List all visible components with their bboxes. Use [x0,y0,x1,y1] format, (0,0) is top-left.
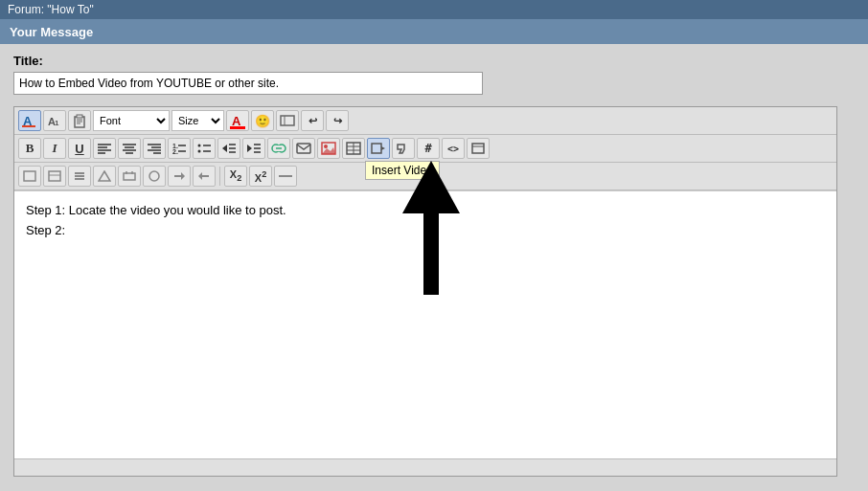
title-input[interactable] [13,72,483,95]
format-a1-button[interactable]: A [18,110,41,131]
italic-icon: I [52,141,57,156]
text-color-button[interactable]: A [226,110,249,131]
page-content: Title: A A 1 [0,44,868,491]
forum-bar: Forum: "How To" [0,0,868,19]
editor-area[interactable]: Step 1: Locate the video you would like … [14,190,836,458]
svg-point-30 [198,150,201,153]
format-btn-7[interactable] [168,166,191,187]
hash-button[interactable]: # [417,138,440,159]
undo-button[interactable]: ↩ [301,110,324,131]
svg-point-28 [198,145,201,147]
svg-marker-53 [381,146,385,150]
underline-button[interactable]: U [68,138,91,159]
undo-icon: ↩ [308,115,317,127]
svg-point-66 [149,171,159,181]
editor-line-1: Step 1: Locate the video you would like … [26,201,825,221]
toolbar-row-2: B I U [14,135,836,163]
forum-bar-text: Forum: "How To" [8,3,94,16]
editor-container: A A 1 [13,106,837,477]
svg-marker-36 [247,145,252,152]
bold-button[interactable]: B [18,138,41,159]
italic-button[interactable]: I [43,138,66,159]
smiley-icon: 🙂 [255,114,270,128]
svg-text:1: 1 [55,119,59,127]
clipboard-button[interactable] [68,110,91,131]
align-left-button[interactable] [93,138,116,159]
your-message-label: Your Message [10,25,93,39]
your-message-bar: Your Message [0,19,868,44]
align-center-button[interactable] [118,138,141,159]
superscript-icon: X2 [255,169,266,184]
svg-text:2.: 2. [172,148,178,154]
email-button[interactable] [292,138,315,159]
link-button[interactable] [267,138,290,159]
font-select[interactable]: Font Arial Courier New Georgia Times New… [93,110,170,131]
svg-marker-47 [322,147,335,154]
svg-rect-10 [281,116,294,125]
format-btn-1[interactable] [18,166,41,187]
format-btn-8[interactable] [193,166,216,187]
svg-text:A: A [232,114,241,128]
insert-video-button[interactable] [367,138,390,159]
outdent-button[interactable] [217,138,240,159]
hash-icon: # [424,142,431,155]
hr-button[interactable] [274,166,297,187]
unordered-list-button[interactable] [193,138,216,159]
code-button[interactable]: <> [442,138,465,159]
format-btn-4[interactable] [93,166,116,187]
size-select[interactable]: Size 8 10 12 14 16 18 24 36 [171,110,224,131]
superscript-button[interactable]: X2 [249,166,272,187]
format-btn-5[interactable] [118,166,141,187]
insert-media-button[interactable] [276,110,299,131]
size-select-wrapper: Size 8 10 12 14 16 18 24 36 [171,110,224,131]
svg-rect-5 [77,115,82,118]
extra-button[interactable] [467,138,490,159]
toolbar-separator [219,167,220,186]
insert-video-tooltip: Insert Video [365,161,440,180]
svg-rect-1 [22,125,35,127]
image-button[interactable] [317,138,340,159]
title-label: Title: [13,54,855,68]
align-right-button[interactable] [143,138,166,159]
editor-footer [14,458,836,476]
title-section: Title: [13,54,855,95]
svg-point-46 [324,145,328,148]
bold-icon: B [26,141,34,156]
font-select-wrapper: Font Arial Courier New Georgia Times New… [93,110,170,131]
svg-rect-56 [24,171,35,181]
editor-line-2: Step 2: [26,221,825,241]
redo-button[interactable]: ↪ [326,110,349,131]
svg-marker-68 [181,172,185,180]
smiley-button[interactable]: 🙂 [251,110,274,131]
insert-video-wrapper: Insert Video [367,138,390,159]
ordered-list-button[interactable]: 1. 2. [168,138,191,159]
svg-rect-54 [472,144,484,153]
indent-button[interactable] [242,138,265,159]
format-a2-button[interactable]: A 1 [43,110,66,131]
underline-icon: U [75,142,83,156]
quote-button[interactable] [392,138,415,159]
svg-marker-70 [198,172,202,180]
table-button[interactable] [342,138,365,159]
subscript-icon: X2 [230,168,241,183]
svg-rect-63 [124,173,135,180]
subscript-button[interactable]: X2 [224,166,247,187]
format-btn-2[interactable] [43,166,66,187]
toolbar-row-1: A A 1 [14,107,836,135]
svg-rect-57 [49,171,60,181]
svg-marker-62 [99,171,110,181]
svg-rect-44 [297,144,310,153]
svg-marker-32 [222,145,227,152]
code-icon: <> [447,144,459,154]
svg-rect-52 [372,144,381,153]
format-btn-6[interactable] [143,166,166,187]
format-btn-3[interactable] [68,166,91,187]
redo-icon: ↪ [333,115,342,127]
